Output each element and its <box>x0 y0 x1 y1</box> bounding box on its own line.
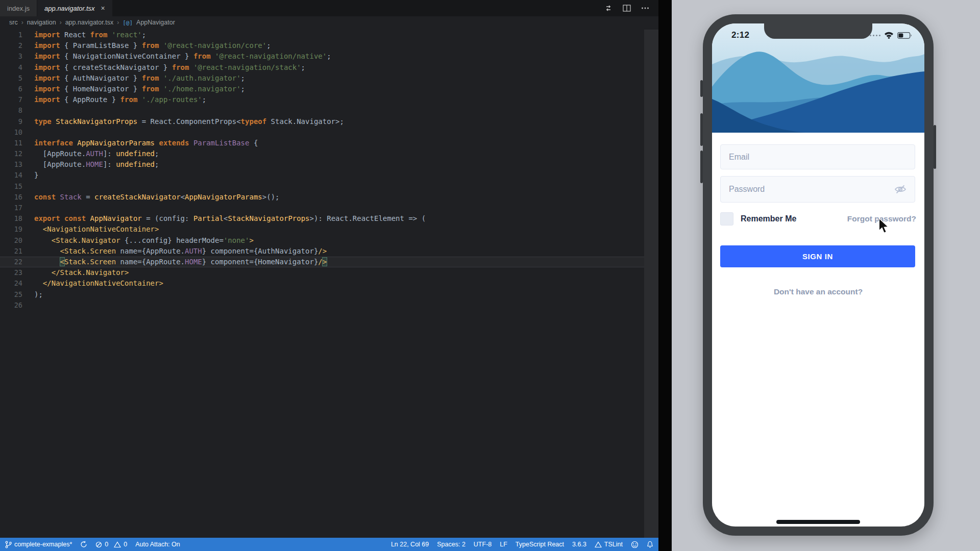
code-line-22[interactable]: 22 <Stack.Screen name={AppRoute.HOME} co… <box>0 257 644 267</box>
ts-version-item[interactable]: 3.6.3 <box>572 538 586 551</box>
volume-up-button[interactable] <box>700 113 703 146</box>
tab-app-navigator-tsx[interactable]: app.navigator.tsx × <box>37 0 113 16</box>
editor-actions <box>604 0 658 16</box>
line-number: 17 <box>0 203 34 213</box>
battery-icon <box>897 32 912 39</box>
code-line-14[interactable]: 14} <box>0 170 644 181</box>
power-button[interactable] <box>934 125 936 169</box>
toggle-password-visibility-icon[interactable] <box>894 184 906 194</box>
home-indicator[interactable] <box>776 520 860 524</box>
code-line-18[interactable]: 18export const AppNavigator = (config: P… <box>0 213 644 224</box>
code-text: </NavigationNativeContainer> <box>34 278 163 289</box>
breadcrumb-separator: › <box>21 19 23 26</box>
code-text: export const AppNavigator = (config: Par… <box>34 213 426 224</box>
code-line-12[interactable]: 12 [AppRoute.AUTH]: undefined; <box>0 148 644 159</box>
eol-item[interactable]: LF <box>500 538 507 551</box>
code-line-16[interactable]: 16const Stack = createStackNavigator<App… <box>0 192 644 203</box>
code-line-8[interactable]: 8 <box>0 105 644 116</box>
eol-label: LF <box>500 541 507 548</box>
close-tab-icon[interactable]: × <box>101 4 105 12</box>
cursor-position-item[interactable]: Ln 22, Col 69 <box>391 538 429 551</box>
tslint-item[interactable]: TSLint <box>595 538 623 551</box>
code-line-25[interactable]: 25); <box>0 289 644 300</box>
breadcrumb-item-navigation[interactable]: navigation <box>27 19 56 26</box>
status-bar-left: complete-exmaples* 0 0 Auto Attach: <box>5 538 180 551</box>
code-line-17[interactable]: 17 <box>0 203 644 213</box>
code-line-15[interactable]: 15 <box>0 181 644 192</box>
code-text: <Stack.Screen name={AppRoute.AUTH} compo… <box>34 246 327 257</box>
split-editor-icon[interactable] <box>623 5 631 12</box>
breadcrumb-separator: › <box>117 19 119 26</box>
code-text: import { NavigationNativeContainer } fro… <box>34 51 331 62</box>
code-text: <Stack.Navigator {...config} headerMode=… <box>34 235 254 246</box>
phone-screen: 2:12 Email Password <box>712 23 924 527</box>
sync-changes-icon[interactable] <box>604 4 612 12</box>
code-text: [AppRoute.HOME]: undefined; <box>34 159 159 170</box>
code-line-23[interactable]: 23 </Stack.Navigator> <box>0 267 644 278</box>
sign-up-link[interactable]: Don't have an account? <box>712 287 924 296</box>
line-number: 23 <box>0 267 34 278</box>
code-line-1[interactable]: 1import React from 'react'; <box>0 30 644 40</box>
code-line-6[interactable]: 6import { HomeNavigator } from './home.n… <box>0 84 644 94</box>
breadcrumb-item-file[interactable]: app.navigator.tsx <box>65 19 114 26</box>
status-icons <box>870 32 912 39</box>
code-text: import { HomeNavigator } from './home.na… <box>34 84 245 94</box>
code-line-2[interactable]: 2import { ParamListBase } from '@react-n… <box>0 40 644 51</box>
code-line-20[interactable]: 20 <Stack.Navigator {...config} headerMo… <box>0 235 644 246</box>
password-field[interactable]: Password <box>720 176 915 203</box>
vscode-window: index.js app.navigator.tsx × src › navig… <box>0 0 658 551</box>
line-number: 19 <box>0 224 34 235</box>
code-line-5[interactable]: 5import { AuthNavigator } from './auth.n… <box>0 73 644 84</box>
code-editor[interactable]: 1import React from 'react';2import { Par… <box>0 30 644 538</box>
cursor-position-label: Ln 22, Col 69 <box>391 541 429 548</box>
code-line-19[interactable]: 19 <NavigationNativeContainer> <box>0 224 644 235</box>
tab-label: index.js <box>7 5 30 12</box>
code-line-13[interactable]: 13 [AppRoute.HOME]: undefined; <box>0 159 644 170</box>
code-line-3[interactable]: 3import { NavigationNativeContainer } fr… <box>0 51 644 62</box>
code-line-9[interactable]: 9type StackNavigatorProps = React.Compon… <box>0 116 644 127</box>
code-line-21[interactable]: 21 <Stack.Screen name={AppRoute.AUTH} co… <box>0 246 644 257</box>
forgot-password-link[interactable]: Forgot password? <box>847 214 916 223</box>
code-line-7[interactable]: 7import { AppRoute } from './app-routes'… <box>0 94 644 105</box>
mute-switch[interactable] <box>700 80 703 97</box>
language-mode-item[interactable]: TypeScript React <box>516 538 564 551</box>
line-number: 9 <box>0 116 34 127</box>
cellular-signal-icon <box>870 35 880 36</box>
code-line-24[interactable]: 24 </NavigationNativeContainer> <box>0 278 644 289</box>
line-number: 4 <box>0 62 34 73</box>
git-branch-icon <box>5 541 12 548</box>
indentation-item[interactable]: Spaces: 2 <box>437 538 465 551</box>
sync-icon <box>80 541 87 548</box>
auto-attach-item[interactable]: Auto Attach: On <box>135 538 180 551</box>
feedback-item[interactable] <box>631 538 639 551</box>
editor-tab-bar: index.js app.navigator.tsx × <box>0 0 658 16</box>
git-branch-item[interactable]: complete-exmaples* <box>5 538 72 551</box>
breadcrumb-item-src[interactable]: src <box>9 19 18 26</box>
ts-version-label: 3.6.3 <box>572 541 586 548</box>
code-text: } <box>34 170 38 181</box>
code-text: ); <box>34 289 43 300</box>
more-actions-icon[interactable] <box>641 7 649 10</box>
code-line-11[interactable]: 11interface AppNavigatorParams extends P… <box>0 138 644 148</box>
line-number: 22 <box>0 257 34 267</box>
errors-count: 0 <box>105 541 108 548</box>
notifications-item[interactable] <box>647 538 653 551</box>
tab-index-js[interactable]: index.js <box>0 0 37 16</box>
errors-icon <box>95 541 102 548</box>
volume-down-button[interactable] <box>700 151 703 183</box>
email-field[interactable]: Email <box>720 144 915 169</box>
editor-scrollbar[interactable] <box>644 30 658 538</box>
language-label: TypeScript React <box>516 541 564 548</box>
problems-item[interactable]: 0 0 <box>95 538 127 551</box>
sign-in-button[interactable]: SIGN IN <box>720 245 915 267</box>
line-number: 11 <box>0 138 34 148</box>
breadcrumb-symbol[interactable]: AppNavigator <box>136 19 175 26</box>
code-text: import { AppRoute } from './app-routes'; <box>34 94 206 105</box>
code-line-4[interactable]: 4import { createStackNavigator } from '@… <box>0 62 644 73</box>
code-line-26[interactable]: 26 <box>0 300 644 311</box>
sync-item[interactable] <box>80 538 87 551</box>
code-line-10[interactable]: 10 <box>0 127 644 138</box>
bell-icon <box>647 541 653 548</box>
remember-me-checkbox[interactable] <box>720 212 733 226</box>
encoding-item[interactable]: UTF-8 <box>474 538 492 551</box>
